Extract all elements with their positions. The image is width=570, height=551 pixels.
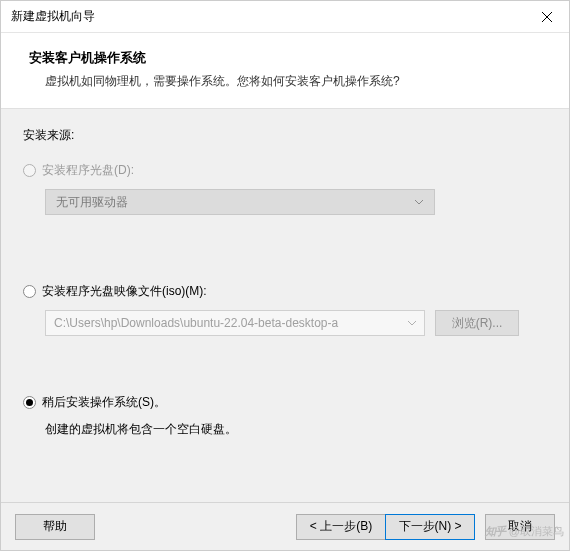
next-button[interactable]: 下一步(N) > bbox=[385, 514, 475, 540]
option-disc-block: 安装程序光盘(D): 无可用驱动器 bbox=[23, 162, 547, 215]
iso-row: C:\Users\hp\Downloads\ubuntu-22.04-beta-… bbox=[45, 310, 547, 336]
radio-iso-input[interactable] bbox=[23, 285, 36, 298]
option-iso-block: 安装程序光盘映像文件(iso)(M): C:\Users\hp\Download… bbox=[23, 283, 547, 336]
chevron-down-icon bbox=[410, 200, 428, 205]
close-button[interactable] bbox=[524, 2, 569, 32]
wizard-dialog: 新建虚拟机向导 安装客户机操作系统 虚拟机如同物理机，需要操作系统。您将如何安装… bbox=[0, 0, 570, 551]
window-title: 新建虚拟机向导 bbox=[11, 8, 95, 25]
radio-later-label: 稍后安装操作系统(S)。 bbox=[42, 394, 166, 411]
radio-disc-input bbox=[23, 164, 36, 177]
header-section: 安装客户机操作系统 虚拟机如同物理机，需要操作系统。您将如何安装客户机操作系统? bbox=[1, 33, 569, 109]
content-spacer bbox=[23, 466, 547, 492]
later-desc: 创建的虚拟机将包含一个空白硬盘。 bbox=[45, 421, 547, 438]
iso-path-input: C:\Users\hp\Downloads\ubuntu-22.04-beta-… bbox=[45, 310, 425, 336]
drive-dropdown: 无可用驱动器 bbox=[45, 189, 435, 215]
cancel-button[interactable]: 取消 bbox=[485, 514, 555, 540]
content-area: 安装来源: 安装程序光盘(D): 无可用驱动器 安装程序光盘映像文件(iso)(… bbox=[1, 109, 569, 502]
header-title: 安装客户机操作系统 bbox=[29, 49, 541, 67]
header-desc: 虚拟机如同物理机，需要操作系统。您将如何安装客户机操作系统? bbox=[29, 73, 541, 90]
drive-dropdown-value: 无可用驱动器 bbox=[56, 194, 128, 211]
option-later-block: 稍后安装操作系统(S)。 创建的虚拟机将包含一个空白硬盘。 bbox=[23, 394, 547, 438]
titlebar: 新建虚拟机向导 bbox=[1, 1, 569, 33]
help-button[interactable]: 帮助 bbox=[15, 514, 95, 540]
radio-iso[interactable]: 安装程序光盘映像文件(iso)(M): bbox=[23, 283, 547, 300]
button-bar: 帮助 < 上一步(B) 下一步(N) > 取消 bbox=[1, 502, 569, 550]
iso-path-value: C:\Users\hp\Downloads\ubuntu-22.04-beta-… bbox=[54, 316, 408, 330]
chevron-down-icon bbox=[408, 321, 416, 326]
radio-later[interactable]: 稍后安装操作系统(S)。 bbox=[23, 394, 547, 411]
source-label: 安装来源: bbox=[23, 127, 547, 144]
radio-iso-label: 安装程序光盘映像文件(iso)(M): bbox=[42, 283, 207, 300]
radio-disc: 安装程序光盘(D): bbox=[23, 162, 547, 179]
radio-later-input[interactable] bbox=[23, 396, 36, 409]
close-icon bbox=[542, 12, 552, 22]
radio-disc-label: 安装程序光盘(D): bbox=[42, 162, 134, 179]
back-button[interactable]: < 上一步(B) bbox=[296, 514, 386, 540]
browse-button: 浏览(R)... bbox=[435, 310, 519, 336]
